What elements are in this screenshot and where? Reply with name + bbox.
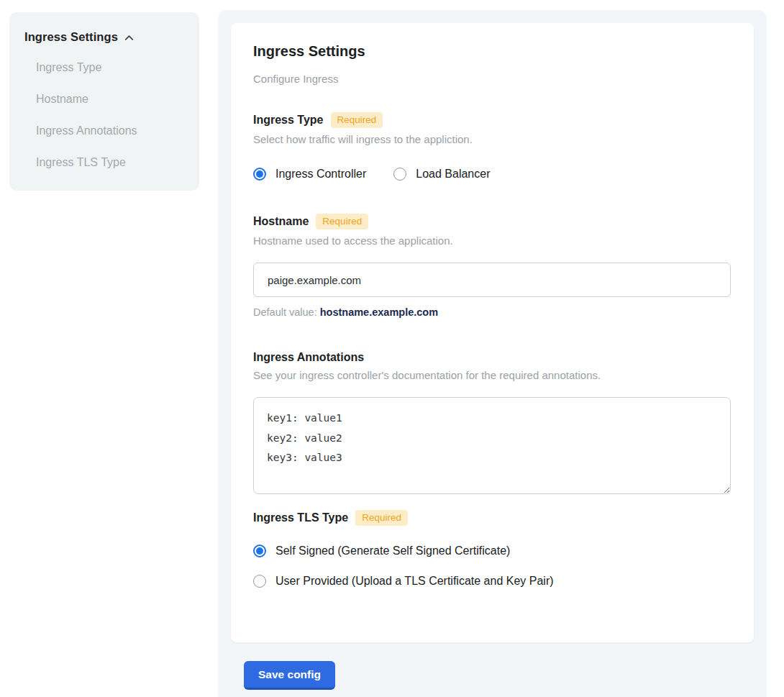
radio-self-signed[interactable]: Self Signed (Generate Self Signed Certif…	[253, 545, 731, 557]
sidebar-section-title: Ingress Settings	[24, 30, 118, 44]
radio-icon[interactable]	[393, 168, 406, 181]
page-subtitle: Configure Ingress	[253, 73, 731, 85]
radio-label: User Provided (Upload a TLS Certificate …	[275, 575, 554, 588]
radio-load-balancer[interactable]: Load Balancer	[393, 168, 490, 181]
radio-label: Self Signed (Generate Self Signed Certif…	[275, 545, 510, 557]
sidebar-section-toggle[interactable]: Ingress Settings	[24, 30, 185, 44]
settings-panel: Ingress Settings Configure Ingress Ingre…	[218, 10, 767, 697]
save-config-button[interactable]: Save config	[244, 661, 335, 690]
default-value-text: hostname.example.com	[320, 306, 438, 318]
section-ingress-annotations: Ingress Annotations See your ingress con…	[253, 351, 731, 494]
radio-label: Ingress Controller	[275, 168, 366, 181]
hostname-description: Hostname used to access the application.	[253, 234, 731, 247]
radio-icon[interactable]	[253, 168, 266, 181]
ingress-type-radio-group: Ingress Controller Load Balancer	[253, 168, 731, 181]
required-badge: Required	[355, 510, 408, 526]
sidebar-item-ingress-annotations[interactable]: Ingress Annotations	[36, 124, 185, 137]
settings-card: Ingress Settings Configure Ingress Ingre…	[231, 23, 754, 642]
ingress-type-description: Select how traffic will ingress to the a…	[253, 133, 731, 145]
radio-user-provided[interactable]: User Provided (Upload a TLS Certificate …	[253, 575, 731, 588]
section-hostname: Hostname Required Hostname used to acces…	[253, 214, 731, 318]
hostname-default-line: Default value:hostname.example.com	[253, 306, 731, 318]
ingress-tls-type-radio-group: Self Signed (Generate Self Signed Certif…	[253, 545, 731, 588]
sidebar-item-ingress-tls-type[interactable]: Ingress TLS Type	[36, 156, 185, 169]
page-title: Ingress Settings	[253, 43, 731, 60]
required-badge: Required	[331, 112, 383, 128]
hostname-label: Hostname	[253, 215, 309, 228]
hostname-input[interactable]	[253, 263, 731, 297]
section-ingress-type: Ingress Type Required Select how traffic…	[253, 112, 731, 181]
sidebar-item-hostname[interactable]: Hostname	[36, 93, 185, 106]
sidebar-item-ingress-type[interactable]: Ingress Type	[36, 61, 185, 74]
default-value-prefix: Default value:	[253, 306, 317, 318]
ingress-tls-type-label: Ingress TLS Type	[253, 511, 348, 524]
radio-ingress-controller[interactable]: Ingress Controller	[253, 168, 366, 181]
ingress-annotations-label: Ingress Annotations	[253, 351, 364, 364]
ingress-type-label: Ingress Type	[253, 114, 324, 127]
sidebar-nav: Ingress Type Hostname Ingress Annotation…	[36, 61, 185, 169]
radio-icon[interactable]	[253, 575, 266, 588]
settings-sidebar: Ingress Settings Ingress Type Hostname I…	[9, 12, 199, 191]
radio-icon[interactable]	[253, 545, 266, 557]
ingress-annotations-textarea[interactable]: key1: value1 key2: value2 key3: value3	[253, 397, 731, 494]
chevron-up-icon[interactable]	[124, 32, 135, 43]
radio-label: Load Balancer	[416, 168, 490, 181]
ingress-annotations-description: See your ingress controller's documentat…	[253, 369, 731, 381]
page: Ingress Settings Ingress Type Hostname I…	[0, 0, 784, 697]
section-ingress-tls-type: Ingress TLS Type Required Self Signed (G…	[253, 510, 731, 588]
required-badge: Required	[316, 214, 368, 229]
